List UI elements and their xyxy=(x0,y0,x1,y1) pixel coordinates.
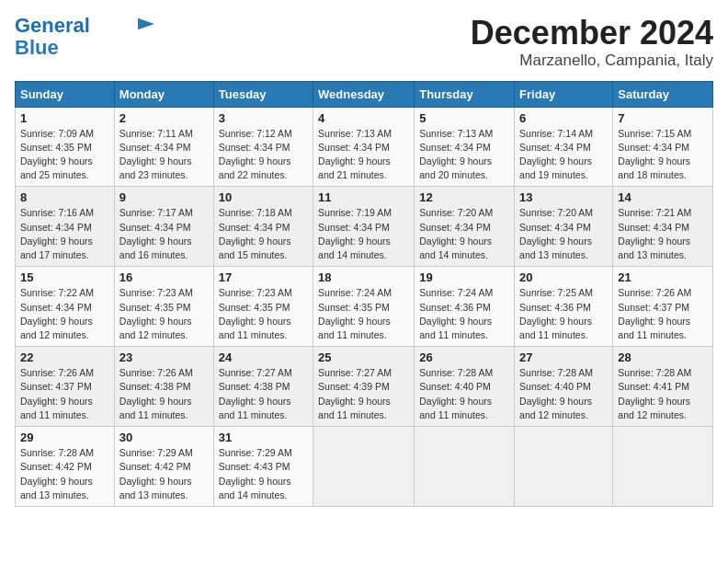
calendar-cell xyxy=(613,427,713,507)
day-info: Sunrise: 7:24 AMSunset: 4:36 PMDaylight:… xyxy=(419,286,509,342)
day-info: Sunrise: 7:16 AMSunset: 4:34 PMDaylight:… xyxy=(20,206,109,262)
day-info: Sunrise: 7:26 AMSunset: 4:37 PMDaylight:… xyxy=(618,286,708,342)
calendar-cell: 7Sunrise: 7:15 AMSunset: 4:34 PMDaylight… xyxy=(613,107,713,187)
day-number: 1 xyxy=(20,111,109,125)
day-number: 3 xyxy=(219,111,308,125)
day-info: Sunrise: 7:09 AMSunset: 4:35 PMDaylight:… xyxy=(20,127,109,183)
day-header-friday: Friday xyxy=(515,81,613,107)
day-info: Sunrise: 7:20 AMSunset: 4:34 PMDaylight:… xyxy=(519,206,608,262)
calendar-cell: 10Sunrise: 7:18 AMSunset: 4:34 PMDayligh… xyxy=(213,187,313,267)
logo-arrow-icon xyxy=(138,17,154,30)
calendar-header-row: SundayMondayTuesdayWednesdayThursdayFrid… xyxy=(16,81,713,107)
calendar-cell: 26Sunrise: 7:28 AMSunset: 4:40 PMDayligh… xyxy=(415,347,515,427)
calendar-table: SundayMondayTuesdayWednesdayThursdayFrid… xyxy=(15,81,713,507)
calendar-cell: 11Sunrise: 7:19 AMSunset: 4:34 PMDayligh… xyxy=(313,187,415,267)
calendar-cell: 12Sunrise: 7:20 AMSunset: 4:34 PMDayligh… xyxy=(415,187,515,267)
day-info: Sunrise: 7:15 AMSunset: 4:34 PMDaylight:… xyxy=(618,127,708,183)
day-number: 8 xyxy=(20,190,109,204)
calendar-cell: 1Sunrise: 7:09 AMSunset: 4:35 PMDaylight… xyxy=(16,107,115,187)
calendar-cell: 6Sunrise: 7:14 AMSunset: 4:34 PMDaylight… xyxy=(515,107,613,187)
day-number: 2 xyxy=(119,111,209,125)
day-number: 5 xyxy=(419,111,509,125)
calendar-cell: 30Sunrise: 7:29 AMSunset: 4:42 PMDayligh… xyxy=(114,427,213,507)
day-number: 24 xyxy=(219,350,308,364)
calendar-cell: 5Sunrise: 7:13 AMSunset: 4:34 PMDaylight… xyxy=(415,107,515,187)
calendar-cell: 17Sunrise: 7:23 AMSunset: 4:35 PMDayligh… xyxy=(213,267,313,347)
page-title: December 2024 xyxy=(471,15,713,52)
day-info: Sunrise: 7:17 AMSunset: 4:34 PMDaylight:… xyxy=(119,206,209,262)
day-number: 15 xyxy=(20,270,109,284)
calendar-week-row: 29Sunrise: 7:28 AMSunset: 4:42 PMDayligh… xyxy=(16,427,713,507)
day-number: 10 xyxy=(219,190,308,204)
calendar-cell: 27Sunrise: 7:28 AMSunset: 4:40 PMDayligh… xyxy=(515,347,613,427)
day-info: Sunrise: 7:29 AMSunset: 4:43 PMDaylight:… xyxy=(219,446,308,502)
day-number: 13 xyxy=(519,190,608,204)
day-info: Sunrise: 7:18 AMSunset: 4:34 PMDaylight:… xyxy=(219,206,308,262)
day-number: 6 xyxy=(519,111,608,125)
day-header-wednesday: Wednesday xyxy=(313,81,415,107)
calendar-cell xyxy=(415,427,515,507)
day-number: 7 xyxy=(618,111,708,125)
day-number: 30 xyxy=(119,431,209,444)
day-info: Sunrise: 7:27 AMSunset: 4:38 PMDaylight:… xyxy=(219,366,308,422)
day-info: Sunrise: 7:23 AMSunset: 4:35 PMDaylight:… xyxy=(119,286,209,342)
day-header-tuesday: Tuesday xyxy=(213,81,313,107)
day-info: Sunrise: 7:14 AMSunset: 4:34 PMDaylight:… xyxy=(519,127,608,183)
calendar-cell: 31Sunrise: 7:29 AMSunset: 4:43 PMDayligh… xyxy=(213,427,313,507)
calendar-cell: 19Sunrise: 7:24 AMSunset: 4:36 PMDayligh… xyxy=(415,267,515,347)
calendar-week-row: 8Sunrise: 7:16 AMSunset: 4:34 PMDaylight… xyxy=(16,187,713,267)
day-number: 21 xyxy=(618,270,708,284)
calendar-cell: 3Sunrise: 7:12 AMSunset: 4:34 PMDaylight… xyxy=(213,107,313,187)
day-number: 14 xyxy=(618,190,708,204)
day-info: Sunrise: 7:13 AMSunset: 4:34 PMDaylight:… xyxy=(419,127,509,183)
calendar-cell: 24Sunrise: 7:27 AMSunset: 4:38 PMDayligh… xyxy=(213,347,313,427)
page-header: General Blue December 2024 Marzanello, C… xyxy=(15,15,713,70)
calendar-cell: 4Sunrise: 7:13 AMSunset: 4:34 PMDaylight… xyxy=(313,107,415,187)
day-info: Sunrise: 7:21 AMSunset: 4:34 PMDaylight:… xyxy=(618,206,708,262)
day-header-thursday: Thursday xyxy=(415,81,515,107)
calendar-cell: 28Sunrise: 7:28 AMSunset: 4:41 PMDayligh… xyxy=(613,347,713,427)
logo-text: General xyxy=(15,15,90,37)
day-info: Sunrise: 7:23 AMSunset: 4:35 PMDaylight:… xyxy=(219,286,308,342)
day-info: Sunrise: 7:26 AMSunset: 4:38 PMDaylight:… xyxy=(119,366,209,422)
logo: General Blue xyxy=(15,15,154,59)
day-header-saturday: Saturday xyxy=(613,81,713,107)
day-info: Sunrise: 7:13 AMSunset: 4:34 PMDaylight:… xyxy=(318,127,409,183)
calendar-cell: 16Sunrise: 7:23 AMSunset: 4:35 PMDayligh… xyxy=(114,267,213,347)
day-info: Sunrise: 7:24 AMSunset: 4:35 PMDaylight:… xyxy=(318,286,409,342)
day-info: Sunrise: 7:28 AMSunset: 4:40 PMDaylight:… xyxy=(419,366,509,422)
day-info: Sunrise: 7:22 AMSunset: 4:34 PMDaylight:… xyxy=(20,286,109,342)
svg-marker-0 xyxy=(138,18,154,30)
day-number: 25 xyxy=(318,350,409,364)
day-info: Sunrise: 7:25 AMSunset: 4:36 PMDaylight:… xyxy=(519,286,608,342)
calendar-cell: 8Sunrise: 7:16 AMSunset: 4:34 PMDaylight… xyxy=(16,187,115,267)
day-number: 17 xyxy=(219,270,308,284)
calendar-cell: 21Sunrise: 7:26 AMSunset: 4:37 PMDayligh… xyxy=(613,267,713,347)
day-number: 18 xyxy=(318,270,409,284)
title-block: December 2024 Marzanello, Campania, Ital… xyxy=(471,15,713,70)
calendar-week-row: 15Sunrise: 7:22 AMSunset: 4:34 PMDayligh… xyxy=(16,267,713,347)
day-number: 28 xyxy=(618,350,708,364)
calendar-cell: 25Sunrise: 7:27 AMSunset: 4:39 PMDayligh… xyxy=(313,347,415,427)
day-info: Sunrise: 7:11 AMSunset: 4:34 PMDaylight:… xyxy=(119,127,209,183)
day-number: 11 xyxy=(318,190,409,204)
day-number: 4 xyxy=(318,111,409,125)
calendar-cell: 15Sunrise: 7:22 AMSunset: 4:34 PMDayligh… xyxy=(16,267,115,347)
page-subtitle: Marzanello, Campania, Italy xyxy=(471,52,713,70)
day-number: 22 xyxy=(20,350,109,364)
calendar-cell: 18Sunrise: 7:24 AMSunset: 4:35 PMDayligh… xyxy=(313,267,415,347)
day-number: 29 xyxy=(20,431,109,444)
day-number: 26 xyxy=(419,350,509,364)
logo-text-blue: Blue xyxy=(15,37,59,59)
day-info: Sunrise: 7:28 AMSunset: 4:40 PMDaylight:… xyxy=(519,366,608,422)
calendar-cell: 20Sunrise: 7:25 AMSunset: 4:36 PMDayligh… xyxy=(515,267,613,347)
day-number: 27 xyxy=(519,350,608,364)
calendar-cell: 14Sunrise: 7:21 AMSunset: 4:34 PMDayligh… xyxy=(613,187,713,267)
day-header-sunday: Sunday xyxy=(16,81,115,107)
day-info: Sunrise: 7:19 AMSunset: 4:34 PMDaylight:… xyxy=(318,206,409,262)
day-number: 9 xyxy=(119,190,209,204)
day-info: Sunrise: 7:28 AMSunset: 4:42 PMDaylight:… xyxy=(20,446,109,502)
day-info: Sunrise: 7:20 AMSunset: 4:34 PMDaylight:… xyxy=(419,206,509,262)
day-number: 19 xyxy=(419,270,509,284)
day-info: Sunrise: 7:28 AMSunset: 4:41 PMDaylight:… xyxy=(618,366,708,422)
